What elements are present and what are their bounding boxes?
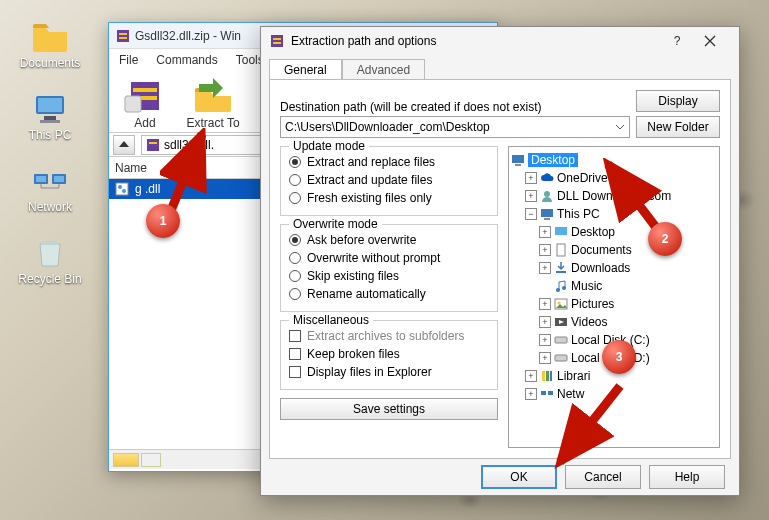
svg-rect-33 bbox=[556, 271, 566, 273]
svg-rect-25 bbox=[273, 42, 281, 44]
svg-rect-39 bbox=[555, 337, 567, 343]
svg-rect-27 bbox=[515, 164, 521, 166]
help-button[interactable]: Help bbox=[649, 465, 725, 489]
check-display-explorer[interactable]: Display files in Explorer bbox=[289, 363, 489, 381]
svg-rect-8 bbox=[42, 241, 58, 245]
label: Network bbox=[10, 200, 90, 214]
chevron-down-icon bbox=[615, 122, 625, 132]
svg-rect-9 bbox=[117, 30, 129, 42]
desktop-icon-network[interactable]: Network bbox=[10, 162, 90, 214]
radio-extract-replace[interactable]: Extract and replace files bbox=[289, 153, 489, 171]
disk-icon bbox=[554, 333, 568, 347]
winrar-icon bbox=[115, 28, 131, 44]
label: Documents bbox=[10, 56, 90, 70]
svg-rect-13 bbox=[133, 88, 157, 92]
save-settings-button[interactable]: Save settings bbox=[280, 398, 498, 420]
desktop-icon-documents[interactable]: Documents bbox=[10, 18, 90, 70]
desktop-folder-icon bbox=[554, 225, 568, 239]
tree-node-videos[interactable]: +Videos bbox=[539, 313, 717, 331]
svg-point-34 bbox=[556, 288, 560, 292]
svg-rect-40 bbox=[555, 355, 567, 361]
check-keep-broken[interactable]: Keep broken files bbox=[289, 345, 489, 363]
radio-overwrite-noprompt[interactable]: Overwrite without prompt bbox=[289, 249, 489, 267]
svg-rect-15 bbox=[125, 96, 141, 112]
tab-general[interactable]: General bbox=[269, 59, 342, 80]
close-button[interactable] bbox=[695, 28, 731, 54]
status-indicator-2 bbox=[141, 453, 161, 467]
radio-skip-existing[interactable]: Skip existing files bbox=[289, 267, 489, 285]
display-button[interactable]: Display bbox=[636, 90, 720, 112]
disk-icon bbox=[554, 351, 568, 365]
menu-commands[interactable]: Commands bbox=[156, 53, 217, 67]
radio-fresh-only[interactable]: Fresh existing files only bbox=[289, 189, 489, 207]
svg-rect-3 bbox=[40, 120, 60, 123]
svg-rect-41 bbox=[542, 371, 545, 381]
documents-icon bbox=[554, 243, 568, 257]
svg-rect-30 bbox=[544, 218, 550, 220]
downloads-icon bbox=[554, 261, 568, 275]
menu-file[interactable]: File bbox=[119, 53, 138, 67]
up-button[interactable] bbox=[113, 135, 135, 155]
svg-rect-1 bbox=[38, 98, 62, 112]
svg-point-28 bbox=[544, 191, 550, 197]
tree-node-downloads[interactable]: +Downloads bbox=[539, 259, 717, 277]
svg-point-22 bbox=[122, 189, 126, 193]
check-archives-subfolders[interactable]: Extract archives to subfolders bbox=[289, 327, 489, 345]
svg-rect-29 bbox=[541, 209, 553, 217]
svg-rect-24 bbox=[273, 38, 281, 40]
annotation-1: 1 bbox=[146, 204, 180, 238]
svg-line-48 bbox=[560, 386, 620, 462]
ok-button[interactable]: OK bbox=[481, 465, 557, 489]
svg-point-21 bbox=[118, 185, 122, 189]
dest-label: Destination path (will be created if doe… bbox=[280, 100, 630, 114]
archive-icon bbox=[146, 138, 160, 152]
svg-rect-7 bbox=[54, 176, 64, 182]
annotation-2: 2 bbox=[648, 222, 682, 256]
close-icon bbox=[704, 35, 716, 47]
cloud-icon bbox=[540, 171, 554, 185]
help-button[interactable]: ? bbox=[659, 28, 695, 54]
label: Add bbox=[134, 116, 155, 130]
tree-node-documents[interactable]: +Documents bbox=[539, 241, 717, 259]
desktop-icon-thispc[interactable]: This PC bbox=[10, 90, 90, 142]
annotation-arrow-3 bbox=[552, 380, 632, 470]
svg-rect-42 bbox=[546, 371, 549, 381]
svg-rect-20 bbox=[116, 183, 128, 195]
toolbar-extract-to[interactable]: Extract To bbox=[185, 76, 241, 130]
window-title: Gsdll32.dll.zip - Win bbox=[135, 29, 241, 43]
tab-advanced[interactable]: Advanced bbox=[342, 59, 425, 80]
svg-rect-6 bbox=[36, 176, 46, 182]
radio-extract-update[interactable]: Extract and update files bbox=[289, 171, 489, 189]
dll-icon bbox=[115, 182, 129, 196]
dialog-body: Destination path (will be created if doe… bbox=[269, 79, 731, 459]
update-mode-group: Update mode Extract and replace files Ex… bbox=[280, 146, 498, 216]
destination-path-input[interactable]: C:\Users\DllDownloader_com\Desktop bbox=[280, 116, 630, 138]
toolbar-add[interactable]: Add bbox=[117, 76, 173, 130]
svg-rect-26 bbox=[512, 155, 524, 163]
svg-rect-32 bbox=[557, 244, 565, 256]
dialog-tabs: General Advanced bbox=[261, 55, 739, 79]
radio-rename-auto[interactable]: Rename automatically bbox=[289, 285, 489, 303]
pictures-icon bbox=[554, 297, 568, 311]
dialog-title: Extraction path and options bbox=[291, 34, 436, 48]
desktop-icon-recyclebin[interactable]: Recycle Bin bbox=[10, 234, 90, 286]
desktop-icon bbox=[511, 153, 525, 167]
radio-ask-overwrite[interactable]: Ask before overwrite bbox=[289, 231, 489, 249]
pc-icon bbox=[540, 207, 554, 221]
svg-rect-44 bbox=[541, 391, 546, 395]
svg-rect-11 bbox=[119, 37, 127, 39]
svg-line-47 bbox=[608, 164, 658, 230]
tree-node-pictures[interactable]: +Pictures bbox=[539, 295, 717, 313]
svg-rect-31 bbox=[555, 227, 567, 235]
svg-rect-10 bbox=[119, 33, 127, 35]
question-icon: ? bbox=[674, 34, 681, 48]
new-folder-button[interactable]: New Folder bbox=[636, 116, 720, 138]
tree-node-music[interactable]: Music bbox=[539, 277, 717, 295]
dialog-titlebar[interactable]: Extraction path and options ? bbox=[261, 27, 739, 55]
dest-value: C:\Users\DllDownloader_com\Desktop bbox=[285, 120, 490, 134]
user-icon bbox=[540, 189, 554, 203]
music-icon bbox=[554, 279, 568, 293]
misc-group: Miscellaneous Extract archives to subfol… bbox=[280, 320, 498, 390]
svg-rect-18 bbox=[147, 139, 159, 151]
videos-icon bbox=[554, 315, 568, 329]
